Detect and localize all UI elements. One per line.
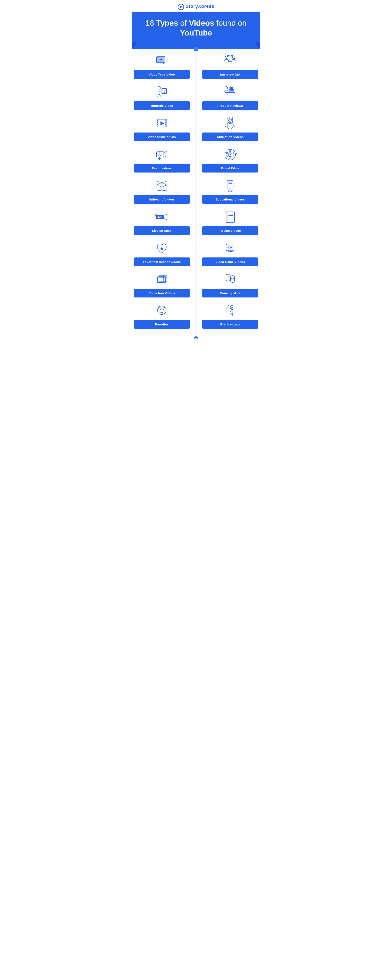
left-side: Video testimonials [132, 112, 196, 143]
favorites-icon [154, 241, 170, 255]
video-row: Favorites/ Best of videos [132, 237, 260, 268]
logo-icon [178, 4, 184, 10]
video-row: Video testimonials [132, 112, 260, 143]
svg-rect-39 [157, 124, 158, 125]
svg-rect-98 [229, 251, 231, 252]
left-side: Unboxing Videos [132, 174, 196, 205]
video-row: LIVE Live streams [132, 205, 260, 237]
svg-point-45 [228, 119, 233, 124]
svg-rect-12 [228, 60, 232, 62]
parody-label: Parodies [134, 320, 190, 329]
logo-area: StoryXpress [132, 0, 260, 12]
svg-rect-99 [231, 251, 233, 252]
right-side: Product Reviews [196, 80, 260, 112]
recipe-label: Recipe videos [202, 226, 258, 235]
right-side: Comedy skits [196, 268, 260, 299]
animation-label: Animation Videos [202, 132, 258, 141]
svg-point-112 [231, 278, 232, 278]
svg-point-26 [225, 86, 228, 89]
svg-rect-86 [226, 212, 228, 222]
educational-icon [222, 179, 239, 193]
svg-rect-40 [166, 120, 166, 121]
right-side: Brand Films [196, 143, 260, 174]
unboxing-icon [154, 179, 170, 193]
svg-rect-97 [228, 251, 229, 252]
left-side: Vlogs Type Video [132, 49, 196, 80]
comedy-icon [222, 272, 239, 286]
svg-point-111 [228, 277, 229, 277]
svg-line-121 [230, 310, 232, 312]
testimonial-label: Video testimonials [134, 132, 190, 141]
svg-point-114 [158, 306, 166, 314]
videogame-label: Video Game Videos [202, 258, 258, 266]
svg-point-67 [226, 152, 228, 154]
tutorial-label: Tutorials Video [134, 101, 190, 110]
video-row: Event videos [132, 143, 260, 174]
svg-line-20 [158, 94, 159, 96]
product-review-label: Product Reviews [202, 101, 258, 110]
svg-point-102 [231, 247, 232, 248]
timeline-section: Vlogs Type Video [132, 49, 260, 339]
animation-icon [222, 116, 239, 130]
svg-rect-15 [231, 55, 233, 56]
livestream-icon: LIVE [154, 210, 170, 224]
svg-rect-32 [229, 87, 233, 89]
left-side: Parodies [132, 299, 196, 330]
svg-point-115 [161, 308, 163, 309]
videogame-icon [222, 241, 239, 255]
right-side: Video Game Videos [196, 237, 260, 268]
interview-icon [222, 54, 239, 68]
svg-point-64 [233, 156, 234, 157]
svg-point-63 [233, 152, 234, 154]
left-side: LIVE Live streams [132, 205, 196, 237]
video-row: Vlogs Type Video [132, 49, 260, 80]
svg-point-17 [158, 86, 161, 89]
brand-film-icon [222, 147, 239, 162]
svg-rect-41 [166, 122, 166, 123]
right-side: Interview Q/A [196, 49, 260, 80]
right-side: Animation Videos [196, 112, 260, 143]
educational-label: Educational Videos [202, 195, 258, 204]
svg-rect-37 [157, 120, 158, 121]
unboxing-label: Unboxing Videos [134, 195, 190, 204]
svg-point-65 [229, 158, 231, 159]
svg-point-110 [226, 277, 228, 277]
brand-film-label: Brand Films [202, 164, 258, 172]
svg-point-1 [180, 6, 182, 8]
svg-rect-31 [228, 92, 235, 93]
svg-marker-83 [164, 214, 167, 220]
svg-text:LIVE: LIVE [157, 216, 162, 218]
vlog-icon [154, 54, 170, 68]
svg-point-119 [233, 307, 233, 307]
testimonial-icon [154, 116, 170, 130]
right-side: Educational Videos [196, 174, 260, 205]
left-side: Collection Videos [132, 268, 196, 299]
svg-point-48 [229, 121, 230, 121]
collection-label: Collection Videos [134, 289, 190, 298]
svg-point-100 [228, 247, 229, 248]
left-side: Favorites/ Best of videos [132, 237, 196, 268]
favorites-label: Favorites/ Best of videos [134, 258, 190, 266]
svg-line-21 [159, 94, 161, 96]
collection-icon [154, 272, 170, 286]
video-row: $ Tutorials Video [132, 80, 260, 112]
svg-point-101 [230, 247, 231, 248]
comedy-label: Comedy skits [202, 289, 258, 298]
prank-label: Prank videos [202, 320, 258, 329]
svg-text:?: ? [228, 305, 229, 307]
recipe-icon [222, 210, 239, 224]
event-icon [154, 147, 170, 162]
vlog-label: Vlogs Type Video [134, 70, 190, 79]
svg-rect-28 [229, 89, 234, 92]
left-side: Event videos [132, 143, 196, 174]
tutorial-icon: $ [154, 85, 170, 99]
svg-marker-53 [164, 151, 167, 157]
video-row: Parodies [132, 299, 260, 330]
parody-icon [154, 304, 170, 318]
right-side: Recipe videos [196, 205, 260, 237]
event-label: Event videos [134, 164, 190, 172]
svg-line-56 [158, 157, 159, 160]
hero-banner: 18 Types of Videos found on YouTube [132, 12, 260, 42]
svg-point-118 [231, 307, 232, 307]
svg-line-57 [159, 157, 161, 160]
